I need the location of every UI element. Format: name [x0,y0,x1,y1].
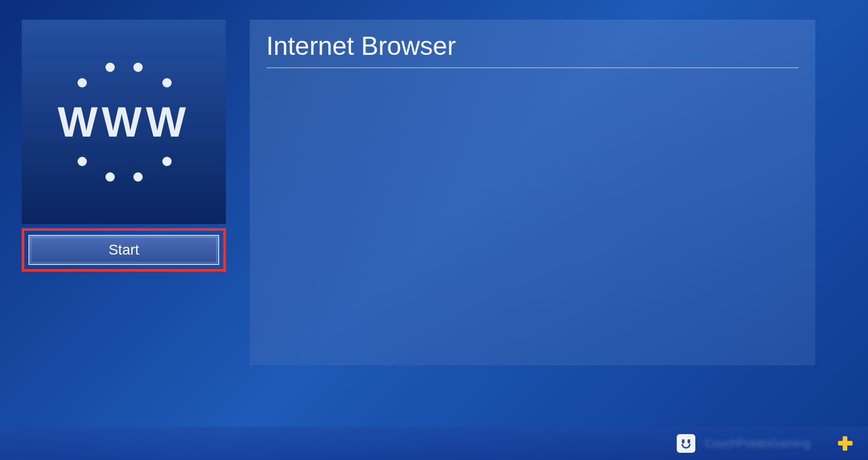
profile-name[interactable]: CouchPotatoGaming [705,437,829,450]
dot-icon [78,78,87,87]
dot-icon [133,172,143,182]
left-panel: WWW Start [22,20,226,365]
profile-avatar-icon[interactable] [677,434,695,453]
main-container: WWW Start Internet Browser [0,0,868,385]
dot-icon [162,157,172,166]
start-button-highlight: Start [22,228,226,272]
www-icon: WWW [52,63,196,182]
browser-app-tile[interactable]: WWW [22,20,226,224]
content-panel: Internet Browser [250,20,815,365]
dot-icon [133,63,143,72]
dot-icon [162,78,172,87]
start-button[interactable]: Start [28,235,219,265]
bottom-bar: CouchPotatoGaming [0,427,868,460]
www-text: WWW [57,98,190,146]
smiley-face-icon [677,434,695,453]
plus-icon[interactable] [838,436,852,451]
content-title: Internet Browser [266,31,799,68]
dot-icon [78,157,87,166]
dot-icon [105,172,115,182]
dot-icon [105,63,115,72]
